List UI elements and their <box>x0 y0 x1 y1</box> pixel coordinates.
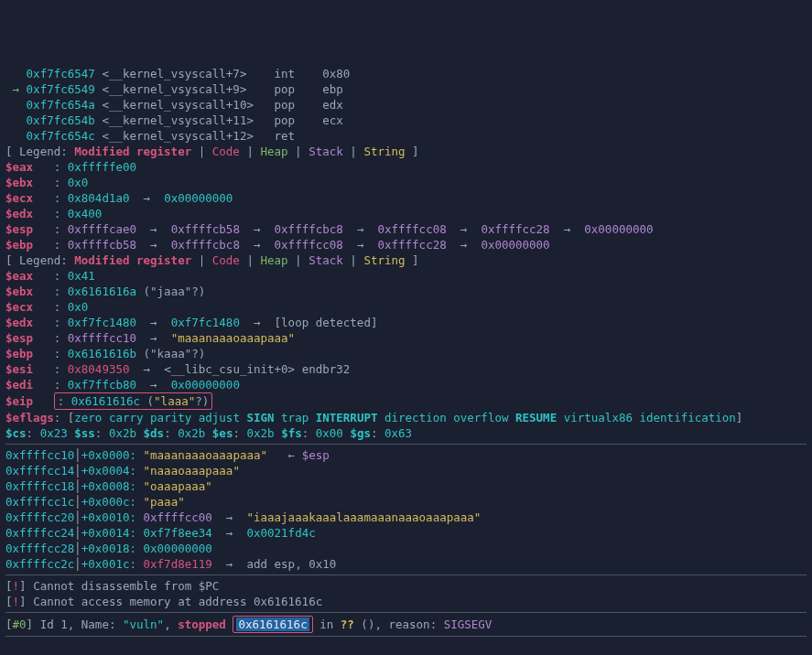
disasm-line: 0xf7fc654b <__kernel_vsyscall+11> pop ec… <box>5 113 807 128</box>
reg-ecx: $ecx : 0x0 <box>5 299 807 315</box>
stack-value: "maaanaaaoaaapaaa" <box>144 448 267 462</box>
chain-value: 0xffffcc08 <box>377 222 446 236</box>
reg-edx: $edx : 0x400 <box>5 206 807 221</box>
seg-value: 0x2b <box>109 426 136 440</box>
addr: 0xf7fc654a <box>27 98 103 112</box>
stack-offset: +0x0000: <box>81 448 136 462</box>
stack-value: "paaa" <box>144 495 185 509</box>
chain-value: 0xffffcc28 <box>481 222 549 236</box>
legend: [ Legend: Modified register | Code | Hea… <box>5 252 807 268</box>
esp-marker: ← $esp <box>288 448 330 462</box>
reg-name: $edx <box>5 316 54 329</box>
symbol: <__kernel_vsyscall+12> <box>102 129 274 143</box>
eip-value: 0x6161616c <box>71 394 140 408</box>
seg-name: $fs <box>281 426 302 440</box>
stack-line: 0xffffcc24│+0x0014: 0xf7f8ee34 → 0x0021f… <box>5 525 807 541</box>
reg-name: $eip <box>5 394 54 408</box>
flag: overflow <box>453 411 508 424</box>
chain-value: 0xffffcb58 <box>171 222 240 236</box>
flag: RESUME <box>515 411 557 424</box>
seg-value: 0x63 <box>384 426 412 440</box>
stack-offset: +0x0014: <box>81 526 136 540</box>
stack-line: 0xffffcc28│+0x0018: 0x00000000 <box>5 541 807 556</box>
legend-string: String <box>363 253 405 267</box>
eip-string: "laaa" <box>154 394 195 408</box>
symbol: <__kernel_vsyscall+11> <box>102 113 274 127</box>
legend-heap: Heap <box>260 145 287 158</box>
flag: SIGN <box>246 411 274 424</box>
arrow-icon <box>5 98 27 112</box>
reg-ebx: $ebx : 0x0 <box>5 175 807 190</box>
disasm-line: 0xf7fc6547 <__kernel_vsyscall+7> int 0x8… <box>5 66 807 81</box>
warning-text: Cannot disassemble from $PC <box>33 579 219 593</box>
bang-icon: ! <box>13 579 20 593</box>
flag: zero <box>74 411 102 424</box>
stack-deref: add esp, 0x10 <box>246 557 336 571</box>
reg-name: $ecx <box>5 300 54 314</box>
frame-id: #0 <box>13 617 27 631</box>
operands: edx <box>322 98 343 112</box>
disasm-line: 0xf7fc654c <__kernel_vsyscall+12> ret <box>5 128 807 144</box>
stack-line: 0xffffcc14│+0x0004: "naaaoaaapaaa" <box>5 463 807 478</box>
stack-offset: +0x0010: <box>81 510 136 524</box>
stack-offset: +0x001c: <box>81 557 136 571</box>
mnemonic: pop <box>275 113 323 127</box>
stack-value: 0x00000000 <box>144 542 212 555</box>
chain-value: 0x00000000 <box>164 191 233 205</box>
reg-name: $eax <box>5 269 54 283</box>
stack-offset: +0x0004: <box>81 464 136 478</box>
flag: parity <box>150 411 191 424</box>
divider <box>5 636 807 637</box>
reg-name: $ecx <box>5 191 54 205</box>
stopped-label: stopped <box>178 617 233 631</box>
seg-name: $gs <box>350 426 371 440</box>
reg-ebp: $ebp : 0xffffcb58 → 0xffffcbc8 → 0xffffc… <box>5 237 807 252</box>
reg-ebx: $ebx : 0x6161616a ("jaaa"?) <box>5 284 807 299</box>
symbol: <__kernel_vsyscall+7> <box>102 67 274 81</box>
legend-code: Code <box>212 253 240 267</box>
legend-stack: Stack <box>309 145 343 158</box>
stack-offset: +0x0018: <box>81 542 136 555</box>
seg-value: 0x2b <box>178 426 205 440</box>
legend-stack: Stack <box>309 253 343 267</box>
frame-addr: 0x6161616c <box>236 617 309 631</box>
reg-esp: $esp : 0xffffcae0 → 0xffffcb58 → 0xffffc… <box>5 221 807 237</box>
operands: ebp <box>322 82 343 96</box>
stack-deref: "iaaajaaakaaalaaamaaanaaaoaaapaaa" <box>246 510 481 524</box>
reg-name: $ebx <box>5 176 54 189</box>
reg-name: $ebp <box>5 347 54 360</box>
highlight-box: 0x6161616c <box>233 616 312 633</box>
stack-value: "naaaoaaapaaa" <box>144 464 240 478</box>
flag: direction <box>384 411 447 424</box>
stack-line: 0xffffcc18│+0x0008: "oaaapaaa" <box>5 478 807 494</box>
arrow-icon <box>5 113 27 127</box>
stack-addr: 0xffffcc1c <box>5 495 74 509</box>
stack-line: 0xffffcc1c│+0x000c: "paaa" <box>5 494 807 510</box>
seg-regs: $cs: 0x23 $ss: 0x2b $ds: 0x2b $es: 0x2b … <box>5 425 807 441</box>
reg-esp: $esp : 0xffffcc10 → "maaanaaaoaaapaaa" <box>5 330 807 346</box>
chain-value: 0xffffcbc8 <box>171 238 240 252</box>
stack-addr: 0xffffcc24 <box>5 526 74 540</box>
mnemonic: ret <box>275 129 323 143</box>
chain-value: 0x00000000 <box>584 222 653 236</box>
highlight-box: : 0x6161616c ("laaa"?) <box>54 392 213 410</box>
reg-name: $edi <box>5 378 54 392</box>
legend-code: Code <box>212 145 240 158</box>
reg-eflags: $eflags: [zero carry parity adjust SIGN … <box>5 410 807 425</box>
symbol: <__kernel_vsyscall+9> <box>102 82 274 96</box>
reg-edx: $edx : 0xf7fc1480 → 0xf7fc1480 → [loop d… <box>5 315 807 330</box>
chain-value: 0xffffcbc8 <box>275 222 343 236</box>
reg-name: $esp <box>5 222 54 236</box>
seg-value: 0x00 <box>316 426 343 440</box>
stack-addr: 0xffffcc28 <box>5 542 74 555</box>
flag: adjust <box>199 411 240 424</box>
addr: 0xf7fc654c <box>27 129 103 143</box>
stack-value: "oaaapaaa" <box>144 479 212 493</box>
reg-eax: $eax : 0x41 <box>5 268 807 284</box>
seg-name: $ds <box>144 426 165 440</box>
frame-line: [#0] Id 1, Name: "vuln", stopped 0x61616… <box>5 616 807 633</box>
flag: INTERRUPT <box>316 411 378 424</box>
warning-line: [!] Cannot access memory at address 0x61… <box>5 594 807 609</box>
reg-ecx: $ecx : 0x804d1a0 → 0x00000000 <box>5 190 807 206</box>
divider <box>5 574 807 575</box>
